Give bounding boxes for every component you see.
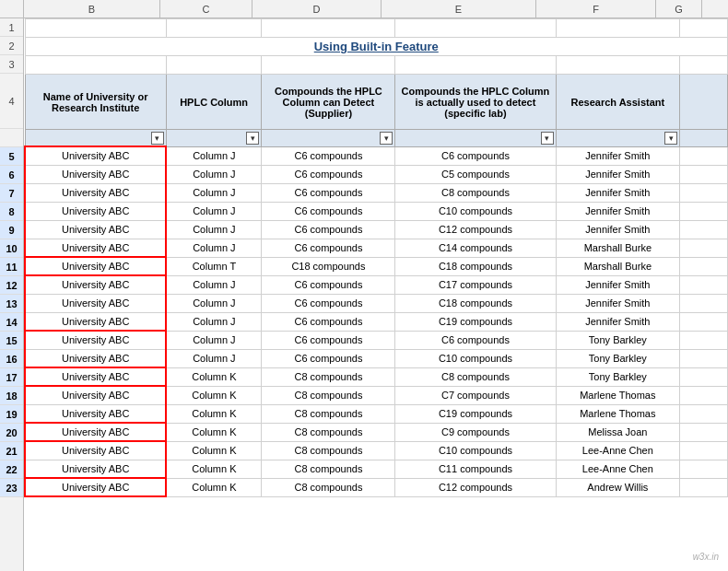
row-num-5: 5 (0, 147, 23, 166)
hplc-6: Column J (166, 165, 262, 183)
used-6: C5 compounds (395, 165, 556, 183)
extra-9 (680, 220, 728, 239)
univ-23: University ABC (25, 478, 166, 496)
col-header-E[interactable]: E (382, 0, 536, 17)
row-num-16: 16 (0, 350, 23, 368)
data-row-17: University ABC Column K C8 compounds C8 … (25, 367, 728, 386)
extra-15 (680, 331, 728, 349)
detect-22: C8 compounds (262, 460, 395, 478)
row-num-22: 22 (0, 460, 23, 479)
row-num-9: 9 (0, 221, 23, 239)
title-row: Using Built-in Feature (25, 38, 728, 56)
row-num-7: 7 (0, 184, 23, 203)
extra-22 (680, 460, 728, 478)
filter-c[interactable]: ▾ (166, 130, 262, 147)
univ-5: University ABC (25, 146, 166, 165)
data-row-22: University ABC Column K C8 compounds C11… (25, 460, 728, 478)
col-header-F[interactable]: F (536, 0, 656, 17)
asst-11: Marshall Burke (556, 257, 680, 275)
data-row-12: University ABC Column J C6 compounds C17… (25, 275, 728, 294)
asst-8: Jennifer Smith (556, 202, 680, 220)
hplc-15: Column J (166, 331, 262, 349)
header-compounds-used: Compounds the HPLC Column is actually us… (395, 75, 556, 130)
row-num-18: 18 (0, 387, 23, 405)
r1g (680, 19, 728, 38)
detect-8: C6 compounds (262, 202, 395, 220)
data-row-11: University ABC Column T C18 compounds C1… (25, 257, 728, 275)
data-row-7: University ABC Column J C6 compounds C8 … (25, 183, 728, 202)
used-16: C10 compounds (395, 349, 556, 367)
hplc-23: Column K (166, 478, 262, 496)
filter-b[interactable]: ▾ (25, 130, 166, 147)
detect-12: C6 compounds (262, 275, 395, 294)
row-num-8: 8 (0, 203, 23, 221)
r1b (25, 19, 166, 38)
spreadsheet: B C D E F G 1 2 3 4 5 6 7 8 9 10 11 12 1… (0, 0, 728, 571)
extra-18 (680, 386, 728, 404)
row-num-19: 19 (0, 405, 23, 424)
extra-16 (680, 349, 728, 367)
data-row-16: University ABC Column J C6 compounds C10… (25, 349, 728, 367)
data-row-8: University ABC Column J C6 compounds C10… (25, 202, 728, 220)
filter-arrow-b[interactable]: ▾ (151, 132, 164, 145)
asst-14: Jennifer Smith (556, 312, 680, 331)
row-num-15: 15 (0, 332, 23, 350)
extra-5 (680, 146, 728, 165)
header-empty (680, 75, 728, 130)
r3d (262, 56, 395, 75)
filter-arrow-c[interactable]: ▾ (246, 132, 259, 145)
r1f (556, 19, 680, 38)
univ-7: University ABC (25, 183, 166, 202)
data-row-5: University ABC Column J C6 compounds C6 … (25, 146, 728, 165)
main-table: Using Built-in Feature Name of Universit… (24, 18, 728, 497)
hplc-17: Column K (166, 367, 262, 386)
detect-18: C8 compounds (262, 386, 395, 404)
data-row-21: University ABC Column K C8 compounds C10… (25, 441, 728, 460)
univ-19: University ABC (25, 404, 166, 423)
row-num-23: 23 (0, 479, 23, 497)
used-20: C9 compounds (395, 423, 556, 441)
data-row-13: University ABC Column J C6 compounds C18… (25, 294, 728, 312)
filter-btn-c[interactable]: ▾ (169, 132, 260, 145)
col-header-G[interactable]: G (656, 0, 702, 17)
data-row-15: University ABC Column J C6 compounds C6 … (25, 331, 728, 349)
col-header-row: B C D E F G (0, 0, 728, 18)
used-13: C18 compounds (395, 294, 556, 312)
col-header-D[interactable]: D (252, 0, 382, 17)
asst-12: Jennifer Smith (556, 275, 680, 294)
filter-d[interactable]: ▾ (262, 130, 395, 147)
data-row-14: University ABC Column J C6 compounds C19… (25, 312, 728, 331)
asst-21: Lee-Anne Chen (556, 441, 680, 460)
asst-16: Tony Barkley (556, 349, 680, 367)
extra-20 (680, 423, 728, 441)
filter-btn-b[interactable]: ▾ (28, 132, 164, 145)
filter-btn-e[interactable]: ▾ (397, 132, 553, 145)
univ-20: University ABC (25, 423, 166, 441)
filter-arrow-e[interactable]: ▾ (541, 132, 554, 145)
filter-btn-d[interactable]: ▾ (264, 132, 393, 145)
extra-7 (680, 183, 728, 202)
header-hplc: HPLC Column (166, 75, 262, 130)
col-header-B[interactable]: B (24, 0, 160, 17)
used-19: C19 compounds (395, 404, 556, 423)
hplc-13: Column J (166, 294, 262, 312)
filter-arrow-f[interactable]: ▾ (664, 132, 677, 145)
detect-17: C8 compounds (262, 367, 395, 386)
used-21: C10 compounds (395, 441, 556, 460)
asst-17: Tony Barkley (556, 367, 680, 386)
filter-e[interactable]: ▾ (395, 130, 556, 147)
filter-btn-f[interactable]: ▾ (558, 132, 678, 145)
row-num-3: 3 (0, 55, 23, 74)
row-num-20: 20 (0, 424, 23, 442)
detect-20: C8 compounds (262, 423, 395, 441)
filter-f[interactable]: ▾ (556, 130, 680, 147)
row-num-14: 14 (0, 313, 23, 332)
col-header-C[interactable]: C (160, 0, 252, 17)
filter-arrow-d[interactable]: ▾ (380, 132, 393, 145)
hplc-18: Column K (166, 386, 262, 404)
data-row-9: University ABC Column J C6 compounds C12… (25, 220, 728, 239)
r1d (262, 19, 395, 38)
detect-6: C6 compounds (262, 165, 395, 183)
asst-19: Marlene Thomas (556, 404, 680, 423)
hplc-21: Column K (166, 441, 262, 460)
